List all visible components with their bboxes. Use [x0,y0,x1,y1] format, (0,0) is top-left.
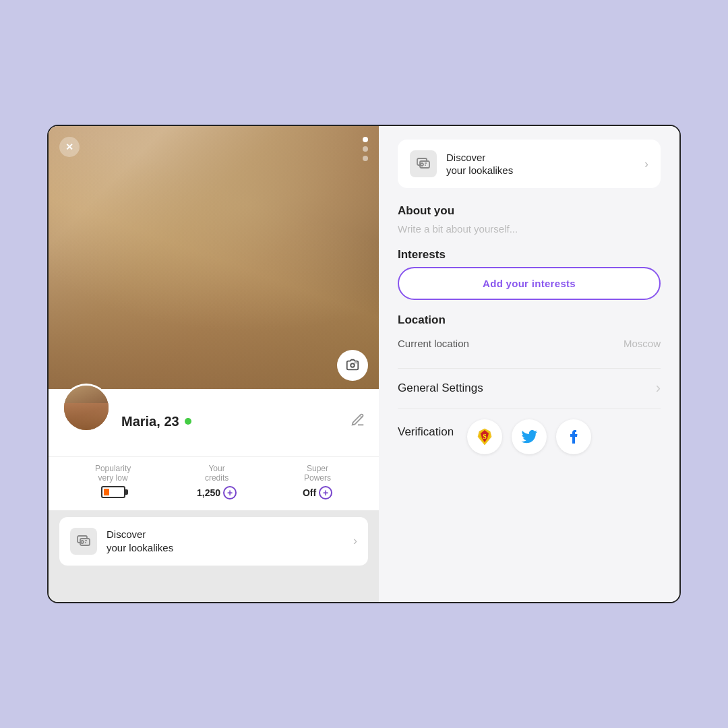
credits-label: Your credits [205,464,229,483]
add-credits-button[interactable]: + [223,486,237,499]
dot-3 [363,156,368,161]
general-settings-row[interactable]: General Settings › [398,368,661,408]
about-placeholder[interactable]: Write a bit about yourself... [398,223,661,235]
interests-label: Interests [398,248,661,262]
user-name: Maria, 23 [121,414,179,429]
svg-text:S: S [483,433,487,440]
profile-photo-bg [49,126,379,389]
current-location-row: Current location Moscow [398,332,661,355]
location-label: Location [398,313,661,327]
svg-rect-5 [80,539,90,545]
discover-chevron: › [353,534,357,548]
right-panel: Discover your lookalikes › About you Wri… [379,126,679,602]
photo-dots-indicator [363,137,368,161]
twitter-verify-button[interactable] [512,419,547,454]
left-panel: ✕ Maria, 23 [49,126,379,602]
dot-2 [363,146,368,152]
name-row: Maria, 23 [121,413,365,431]
svg-point-3 [360,416,362,418]
hair-overlay [49,126,379,389]
close-button[interactable]: ✕ [59,137,80,157]
popularity-label: Popularity very low [95,464,131,483]
age-text: 23 [164,414,179,429]
online-indicator [185,418,191,425]
super-label: Super Powers [304,464,331,483]
left-discover-card[interactable]: Discover your lookalikes › [59,517,368,566]
camera-edit-button[interactable] [337,350,368,381]
super-status: Off [303,487,316,498]
avatar [62,384,111,432]
add-interests-button[interactable]: Add your interests [398,267,661,300]
super-value: Off + [303,486,332,499]
edit-profile-button[interactable] [351,413,365,431]
svg-point-1 [356,362,357,363]
discover-text: Discover your lookalikes [107,528,344,554]
about-label: About you [398,204,661,218]
settings-label: General Settings [398,382,483,395]
battery-value [101,486,125,498]
settings-chevron: › [656,380,661,397]
battery-icon [101,486,125,498]
profile-info-bar: Maria, 23 [49,389,379,456]
right-discover-icon [410,150,437,177]
facebook-verify-button[interactable] [556,419,591,454]
right-discover-title: Discover your lookalikes [446,151,635,177]
verification-label: Verification [398,425,454,439]
about-section: About you Write a bit about yourself... [398,204,661,248]
discover-icon [70,528,97,555]
current-location-label: Current location [398,338,469,349]
stats-bar: Popularity very low Your credits 1,250 + [49,456,379,510]
add-superpowers-button[interactable]: + [319,486,332,499]
superman-verify-button[interactable]: S [467,419,502,454]
battery-fill [104,489,109,495]
credits-value: 1,250 + [197,486,237,499]
credits-number: 1,250 [197,487,220,498]
right-discover-chevron: › [644,157,648,171]
discover-title: Discover your lookalikes [107,528,344,554]
superpowers-stat: Super Powers Off + [303,464,332,499]
svg-rect-10 [420,161,429,168]
profile-photo-area: ✕ [49,126,379,389]
current-location-value: Moscow [624,338,661,349]
avatar-image [64,386,109,430]
verification-section: Verification S [398,408,661,465]
dot-1 [363,137,368,142]
verification-icons: S [467,419,591,454]
app-container: ✕ Maria, 23 [47,125,681,603]
right-discover-card[interactable]: Discover your lookalikes › [398,140,661,188]
svg-point-0 [351,363,355,367]
interests-section: Interests Add your interests [398,248,661,300]
right-discover-text: Discover your lookalikes [446,151,635,177]
location-section: Location Current location Moscow [398,313,661,355]
credits-stat: Your credits 1,250 + [197,464,237,499]
name-text: Maria [121,414,156,429]
popularity-stat: Popularity very low [95,464,131,499]
